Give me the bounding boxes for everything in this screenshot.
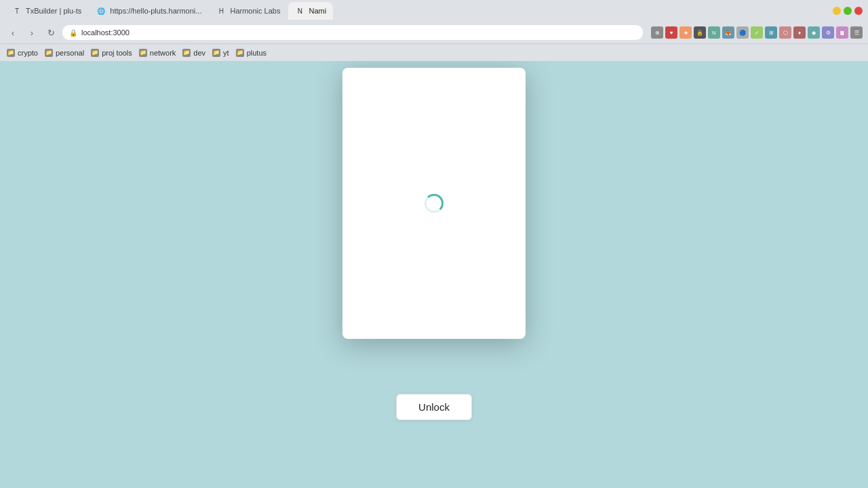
unlock-button[interactable]: Unlock <box>396 394 472 420</box>
ext-icon-4[interactable]: 🔒 <box>694 26 706 39</box>
tab-txbuilder[interactable]: T TxBuilder | plu-ts <box>5 2 88 20</box>
folder-icon-network: 📁 <box>139 49 147 57</box>
page-content: Unlock <box>0 61 868 488</box>
bookmark-plutus[interactable]: 📁 plutus <box>236 49 267 57</box>
address-bar[interactable]: 🔒 localhost:3000 <box>62 25 643 40</box>
tab-label-2: https://hello-pluts.harmoni... <box>110 7 201 15</box>
tab-favicon-1: T <box>12 6 22 16</box>
bookmark-proj-tools[interactable]: 📁 proj tools <box>91 49 132 57</box>
tab-label-4: Nami <box>309 7 326 15</box>
ext-icon-8[interactable]: ✓ <box>751 26 763 39</box>
bookmark-yt[interactable]: 📁 yt <box>212 49 229 57</box>
folder-icon-yt: 📁 <box>212 49 220 57</box>
address-text: localhost:3000 <box>81 28 130 37</box>
ext-icon-3[interactable]: ★ <box>679 26 692 39</box>
bookmarks-bar: 📁 crypto 📁 personal 📁 proj tools 📁 netwo… <box>0 43 868 61</box>
tab-hello-pluts[interactable]: 🌐 https://hello-pluts.harmoni... <box>90 2 208 20</box>
tab-favicon-3: H <box>216 6 226 16</box>
ext-icon-14[interactable]: 📋 <box>836 26 848 39</box>
ext-icon-12[interactable]: ◆ <box>808 26 820 39</box>
bookmark-label-plutus: plutus <box>247 49 267 57</box>
address-bar-row: ‹ › ↻ 🔒 localhost:3000 ⊕ ♥ ★ 🔒 N 🦊 🔵 ✓ ⊞… <box>0 22 868 43</box>
bookmark-label-network: network <box>150 49 176 57</box>
bookmark-label-personal: personal <box>56 49 84 57</box>
folder-icon-personal: 📁 <box>45 49 53 57</box>
tab-favicon-4: N <box>295 6 304 16</box>
browser-chrome: T TxBuilder | plu-ts 🌐 https://hello-plu… <box>0 0 868 61</box>
ext-icon-9[interactable]: ⊞ <box>765 26 777 39</box>
bookmark-personal[interactable]: 📁 personal <box>45 49 84 57</box>
forward-button[interactable]: › <box>24 25 39 40</box>
close-button[interactable] <box>854 7 863 15</box>
folder-icon-plutus: 📁 <box>236 49 244 57</box>
ext-icon-11[interactable]: ♦ <box>793 26 806 39</box>
tab-harmonic-labs[interactable]: H Harmonic Labs <box>210 2 287 20</box>
minimize-button[interactable] <box>833 7 841 15</box>
bookmark-crypto[interactable]: 📁 crypto <box>7 49 38 57</box>
tab-label-1: TxBuilder | plu-ts <box>26 7 81 15</box>
ext-icon-1[interactable]: ⊕ <box>651 26 663 39</box>
nami-modal <box>342 68 526 339</box>
ext-icon-10[interactable]: ⬡ <box>779 26 791 39</box>
reload-button[interactable]: ↻ <box>43 25 58 40</box>
bookmark-label-crypto: crypto <box>18 49 38 57</box>
ext-icon-13[interactable]: ⚙ <box>822 26 834 39</box>
ext-icon-15[interactable]: ☰ <box>850 26 863 39</box>
ext-icon-7[interactable]: 🔵 <box>736 26 749 39</box>
lock-icon: 🔒 <box>69 29 77 37</box>
ext-icon-2[interactable]: ♥ <box>665 26 677 39</box>
folder-icon-crypto: 📁 <box>7 49 15 57</box>
loading-spinner <box>425 194 443 213</box>
tab-label-3: Harmonic Labs <box>230 7 280 15</box>
ext-icon-5[interactable]: N <box>708 26 720 39</box>
maximize-button[interactable] <box>844 7 852 15</box>
tab-nami[interactable]: N Nami <box>288 2 333 20</box>
folder-icon-proj-tools: 📁 <box>91 49 99 57</box>
bookmark-label-yt: yt <box>223 49 229 57</box>
back-button[interactable]: ‹ <box>5 25 20 40</box>
bookmark-label-proj-tools: proj tools <box>102 49 132 57</box>
window-controls <box>833 7 863 15</box>
tab-favicon-2: 🌐 <box>96 6 106 16</box>
folder-icon-dev: 📁 <box>182 49 191 57</box>
ext-icon-6[interactable]: 🦊 <box>722 26 734 39</box>
tab-bar: T TxBuilder | plu-ts 🌐 https://hello-plu… <box>0 0 868 22</box>
toolbar-icons: ⊕ ♥ ★ 🔒 N 🦊 🔵 ✓ ⊞ ⬡ ♦ ◆ ⚙ 📋 ☰ <box>651 26 863 39</box>
bookmark-label-dev: dev <box>193 49 205 57</box>
bookmark-network[interactable]: 📁 network <box>139 49 176 57</box>
bookmark-dev[interactable]: 📁 dev <box>182 49 205 57</box>
